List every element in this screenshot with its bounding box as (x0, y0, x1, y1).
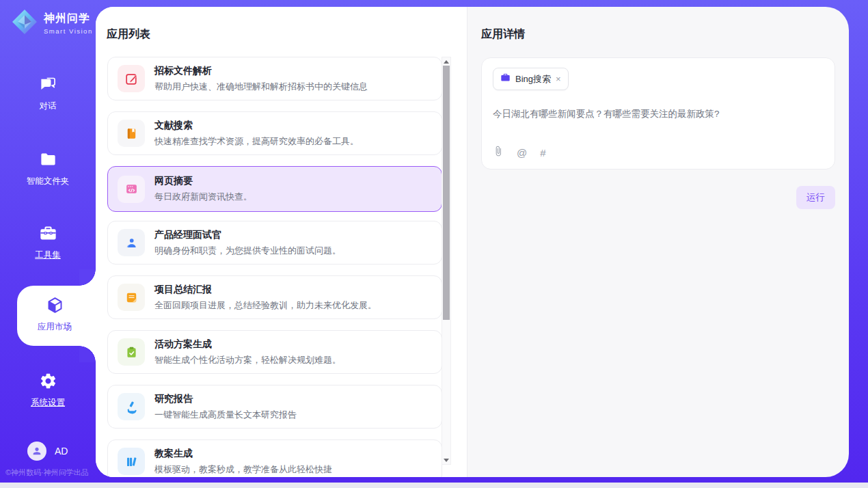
tool-chip-bing-search[interactable]: Bing搜索 × (493, 68, 569, 90)
run-button[interactable]: 运行 (796, 186, 835, 209)
sidebar-item-label: 工具集 (35, 249, 61, 261)
app-desc: 智能生成个性化活动方案，轻松解决规划难题。 (154, 354, 341, 366)
run-row: 运行 (481, 186, 835, 209)
sidebar-item-label: 对话 (40, 100, 57, 112)
close-icon[interactable]: × (556, 74, 561, 83)
diamond-logo-icon (11, 8, 38, 38)
list-item-literature-search[interactable]: 文献搜索 快速精准查找学术资源，提高研究效率的必备工具。 (107, 111, 442, 155)
app-detail-panel: 应用详情 Bing搜索 × 今日湖北有哪些新闻要点？有哪些需要关注的最新政策? … (467, 7, 849, 477)
book-icon (118, 120, 145, 147)
app-title: 项目总结汇报 (154, 284, 377, 296)
copyright-footer: ©神州数码·神州问学出品 (5, 467, 89, 478)
prompt-text[interactable]: 今日湖北有哪些新闻要点？有哪些需要关注的最新政策? (493, 108, 824, 120)
sidebar: 神州问学 Smart Vision 对话 智能文件夹 (0, 0, 96, 483)
folder-icon (39, 150, 57, 172)
list-item-event-plan[interactable]: 活动方案生成 智能生成个性化活动方案，轻松解决规划难题。 (107, 330, 442, 374)
edit-document-icon (118, 65, 145, 92)
content-panel: 应用列表 招标文件解析 帮助用户快速、准确地理解和解析招标书中的关键信息 (96, 7, 849, 477)
app-list-title: 应用列表 (107, 27, 150, 42)
app-list-panel: 应用列表 招标文件解析 帮助用户快速、准确地理解和解析招标书中的关键信息 (96, 7, 467, 477)
app-title: 研究报告 (154, 393, 297, 405)
paperclip-icon[interactable] (493, 146, 504, 159)
app-title: 文献搜索 (154, 120, 359, 132)
toolbox-icon (39, 224, 57, 245)
user-account[interactable]: AD (27, 442, 68, 461)
tool-chip-label: Bing搜索 (515, 73, 551, 85)
window-bottom-edge (0, 483, 868, 488)
app-title: 活动方案生成 (154, 338, 341, 351)
hash-icon[interactable]: # (540, 147, 545, 159)
sidebar-item-smart-folder[interactable]: 智能文件夹 (0, 150, 96, 187)
interviewer-icon (118, 229, 145, 256)
user-label: AD (55, 446, 68, 457)
bubble-corner-top (79, 269, 96, 286)
brand-subtitle: Smart Vision (44, 27, 93, 35)
list-scrollbar[interactable] (442, 57, 451, 465)
sidebar-item-app-market[interactable]: 应用市场 (17, 296, 92, 333)
scrollbar-thumb[interactable] (443, 66, 450, 320)
chat-icon (39, 75, 57, 96)
sidebar-item-label: 系统设置 (31, 397, 65, 409)
sidebar-item-settings[interactable]: 系统设置 (0, 372, 96, 409)
app-desc: 每日政府新闻资讯快查。 (154, 191, 252, 203)
list-item-web-summary[interactable]: 网页摘要 每日政府新闻资讯快查。 (107, 166, 442, 212)
list-item-bid-analysis[interactable]: 招标文件解析 帮助用户快速、准确地理解和解析招标书中的关键信息 (107, 57, 442, 100)
app-desc: 模板驱动，教案秒成，教学准备从此轻松快捷 (154, 463, 332, 476)
app-desc: 全面回顾项目进展，总结经验教训，助力未来优化发展。 (154, 299, 377, 312)
avatar (27, 442, 46, 461)
list-item-project-summary[interactable]: 项目总结汇报 全面回顾项目进展，总结经验教训，助力未来优化发展。 (107, 275, 442, 319)
at-icon[interactable]: @ (517, 147, 527, 159)
list-item-lesson-plan[interactable]: 教案生成 模板驱动，教案秒成，教学准备从此轻松快捷 (107, 439, 442, 477)
bubble-corner-bottom (79, 346, 96, 362)
list-item-research-report[interactable]: 研究报告 一键智能生成高质量长文本研究报告 (107, 385, 442, 429)
app-desc: 明确身份和职责，为您提供专业性的面试问题。 (154, 245, 341, 257)
app-title: 产品经理面试官 (154, 229, 341, 241)
app-list: 招标文件解析 帮助用户快速、准确地理解和解析招标书中的关键信息 文献搜索 快速精… (107, 57, 442, 477)
app-title: 招标文件解析 (154, 65, 368, 77)
prompt-card: Bing搜索 × 今日湖北有哪些新闻要点？有哪些需要关注的最新政策? @ # (481, 57, 835, 170)
app-desc: 快速精准查找学术资源，提高研究效率的必备工具。 (154, 135, 359, 148)
app-title: 网页摘要 (154, 175, 252, 187)
books-icon (118, 448, 145, 475)
prompt-toolbar: @ # (493, 146, 824, 159)
brand-logo: 神州问学 Smart Vision (11, 8, 93, 38)
cube-icon (46, 296, 64, 317)
sidebar-item-chat[interactable]: 对话 (0, 75, 96, 112)
note-icon (118, 284, 145, 311)
clipboard-check-icon (118, 338, 145, 366)
brand-name: 神州问学 (44, 12, 93, 26)
app-detail-title: 应用详情 (481, 27, 835, 42)
gear-icon (39, 372, 57, 393)
app-desc: 一键智能生成高质量长文本研究报告 (154, 409, 297, 421)
sidebar-item-toolset[interactable]: 工具集 (0, 224, 96, 261)
briefcase-icon (500, 72, 511, 85)
browser-code-icon (118, 176, 145, 203)
scroll-up-arrow[interactable] (442, 57, 450, 66)
app-title: 教案生成 (154, 448, 332, 460)
app-desc: 帮助用户快速、准确地理解和解析招标书中的关键信息 (154, 81, 368, 93)
list-item-pm-interviewer[interactable]: 产品经理面试官 明确身份和职责，为您提供专业性的面试问题。 (107, 221, 442, 265)
sidebar-item-label: 智能文件夹 (27, 176, 70, 187)
scroll-down-arrow[interactable] (442, 456, 450, 464)
sidebar-item-label: 应用市场 (38, 321, 72, 333)
microscope-icon (118, 393, 145, 420)
